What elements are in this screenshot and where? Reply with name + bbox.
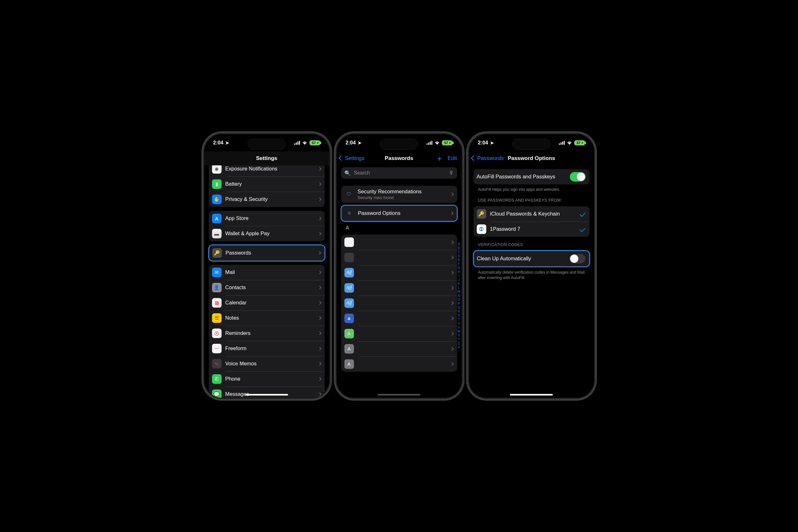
index-letter[interactable]: J — [458, 278, 460, 282]
password-entry[interactable]: Aff— — [341, 296, 457, 311]
password-options-content[interactable]: AutoFill Passwords and Passkeys AutoFill… — [469, 165, 594, 398]
index-letter[interactable]: G — [458, 266, 460, 270]
index-letter[interactable]: N — [458, 294, 460, 298]
alphabet-index[interactable]: ABCDEFGHIJKLMNOPQRSTUVWXYZ# — [457, 242, 460, 349]
row-passwords[interactable]: 🔑 Passwords — [209, 245, 324, 261]
autofill-footer: AutoFill helps you sign into apps and we… — [478, 187, 585, 192]
messages-icon: 💬 — [212, 390, 222, 398]
password-entry[interactable]: — — [341, 234, 457, 250]
highlight-passwords: 🔑 Passwords — [208, 244, 325, 262]
index-letter[interactable]: X — [458, 334, 460, 338]
app-store-icon: A — [212, 214, 222, 223]
row-phone[interactable]: ✆ Phone — [209, 372, 325, 387]
row-calendar[interactable]: ▦ Calendar — [209, 295, 325, 310]
search-bar[interactable]: 🔍 🎙︎ — [341, 167, 457, 179]
row-notes[interactable]: ☰ Notes — [209, 310, 325, 326]
index-letter[interactable]: L — [458, 286, 460, 290]
search-input[interactable] — [353, 170, 446, 176]
index-letter[interactable]: V — [458, 326, 460, 330]
index-letter[interactable]: S — [458, 314, 460, 318]
index-letter[interactable]: P — [458, 302, 460, 306]
row-freeform[interactable]: 〰︎ Freeform — [209, 341, 325, 356]
exposure-icon: ◉ — [212, 165, 222, 174]
index-letter[interactable]: B — [458, 246, 460, 250]
reminders-icon: ⦿ — [212, 328, 222, 338]
back-button[interactable]: Passwords — [472, 151, 504, 165]
cleanup-footer: Automatically delete verification codes … — [478, 270, 585, 281]
add-button[interactable]: + — [437, 154, 442, 163]
home-indicator[interactable] — [510, 394, 553, 396]
passwords-content[interactable]: 🛡︎ Security Recommendations Security ris… — [337, 182, 461, 398]
svg-rect-4 — [426, 144, 428, 145]
charging-icon: ⚡︎ — [449, 141, 451, 145]
index-letter[interactable]: C — [458, 250, 460, 254]
location-icon: ➤ — [358, 140, 362, 145]
index-letter[interactable]: E — [458, 258, 460, 262]
voice-memos-icon: ∿ — [212, 359, 222, 368]
row-autofill-toggle[interactable]: AutoFill Passwords and Passkeys — [474, 169, 589, 185]
wifi-icon — [302, 141, 308, 145]
index-letter[interactable]: H — [458, 270, 460, 274]
battery-icon: ▮ — [212, 179, 222, 189]
password-entry[interactable]: A— — [341, 326, 457, 341]
row-reminders[interactable]: ⦿ Reminders — [209, 326, 325, 341]
index-letter[interactable]: I — [458, 274, 459, 278]
row-password-options[interactable]: ⚟ Password Options — [342, 206, 457, 221]
index-letter[interactable]: D — [458, 254, 460, 259]
row-contacts[interactable]: 👤 Contacts — [209, 280, 325, 295]
index-letter[interactable]: U — [458, 322, 460, 326]
index-letter[interactable]: K — [458, 282, 460, 286]
row-cleanup-toggle[interactable]: Clean Up Automatically — [474, 251, 589, 266]
onepassword-icon: ➀ — [477, 224, 486, 234]
password-entry[interactable]: A— — [341, 357, 457, 372]
dictation-icon[interactable]: 🎙︎ — [449, 170, 454, 176]
row-privacy-security[interactable]: ✋ Privacy & Security — [209, 192, 325, 207]
index-letter[interactable]: R — [458, 310, 460, 314]
row-provider-keychain[interactable]: 🔑 iCloud Passwords & Keychain — [474, 206, 589, 222]
row-wallet-apple-pay[interactable]: ▬ Wallet & Apple Pay — [209, 226, 325, 241]
home-indicator[interactable] — [245, 394, 288, 396]
home-indicator[interactable] — [378, 394, 421, 396]
svg-rect-11 — [564, 141, 565, 145]
password-entry[interactable]: a— — [341, 311, 457, 326]
chevron-right-icon — [450, 347, 454, 350]
back-button[interactable]: Settings — [339, 151, 364, 165]
row-mail[interactable]: ✉︎ Mail — [209, 265, 325, 280]
checkmark-icon — [579, 226, 585, 232]
contacts-icon: 👤 — [212, 283, 222, 292]
chevron-right-icon — [450, 317, 454, 320]
row-messages[interactable]: 💬 Messages — [209, 387, 325, 398]
phone-settings: 2:04 ➤ 57⚡︎ Settings — [205, 134, 329, 398]
cleanup-toggle[interactable] — [569, 254, 585, 264]
notes-icon: ☰ — [212, 313, 222, 323]
row-battery[interactable]: ▮ Battery — [209, 176, 325, 192]
index-letter[interactable]: Z — [458, 342, 460, 346]
row-exposure-notifications[interactable]: ◉ Exposure Notifications — [209, 165, 325, 176]
index-letter[interactable]: W — [457, 329, 460, 334]
entry-icon: A — [344, 359, 354, 369]
autofill-toggle[interactable] — [570, 172, 586, 182]
svg-rect-8 — [559, 144, 560, 145]
index-letter[interactable]: # — [458, 345, 460, 349]
index-letter[interactable]: O — [458, 298, 460, 302]
index-letter[interactable]: Q — [458, 306, 460, 310]
row-voice-memos[interactable]: ∿ Voice Memos — [209, 356, 325, 372]
nav-bar: Passwords Password Options — [469, 151, 594, 165]
index-letter[interactable]: A — [458, 242, 460, 246]
cellular-icon — [294, 141, 300, 145]
row-provider-1password[interactable]: ➀ 1Password 7 — [474, 222, 589, 237]
edit-button[interactable]: Edit — [448, 155, 457, 162]
index-letter[interactable]: Y — [458, 338, 460, 342]
password-entry[interactable]: Aff— — [341, 265, 457, 280]
password-entry[interactable]: Aff— — [341, 280, 457, 296]
row-security-recommendations[interactable]: 🛡︎ Security Recommendations Security ris… — [341, 186, 457, 203]
index-letter[interactable]: F — [458, 262, 460, 266]
row-app-store[interactable]: A App Store — [209, 211, 325, 226]
settings-list[interactable]: ◉ Exposure Notifications ▮ Battery ✋ Pri… — [205, 165, 329, 398]
search-icon: 🔍 — [344, 170, 351, 176]
index-letter[interactable]: T — [458, 318, 460, 322]
password-entry[interactable]: A— — [341, 341, 457, 357]
section-header-a: A — [346, 225, 453, 231]
password-entry[interactable]: — — [341, 250, 457, 265]
index-letter[interactable]: M — [458, 290, 460, 294]
